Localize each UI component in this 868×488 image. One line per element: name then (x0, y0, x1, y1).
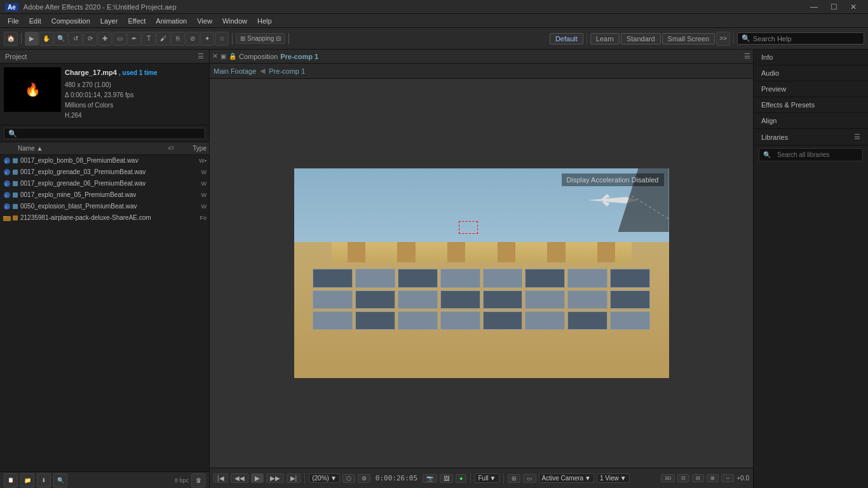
prev-frame-button[interactable]: ◀◀ (231, 473, 248, 483)
libraries-search-input[interactable] (773, 150, 858, 159)
workspace-default[interactable]: Default (550, 33, 583, 44)
snapping-toggle[interactable]: ⊞ Snapping ⊟ (236, 33, 285, 44)
menu-item-animation[interactable]: Animation (151, 16, 192, 26)
comp-3d-toggle[interactable]: ⊡ (677, 474, 689, 482)
pillar-6 (597, 242, 615, 262)
color-correction[interactable]: ● (456, 474, 466, 483)
comp-settings[interactable]: ⚙ (358, 474, 370, 483)
menu-item-window[interactable]: Window (217, 16, 252, 26)
zoom-tool[interactable]: 🔍 (54, 32, 68, 46)
hand-tool[interactable]: ✋ (39, 32, 53, 46)
project-panel-title: Project (5, 53, 27, 60)
comp-panel-menu[interactable]: ☰ (744, 52, 750, 60)
project-item[interactable]: ♪0017_explo_grenade_06_PremiumBeat.wavW (0, 178, 209, 189)
project-item[interactable]: 21235981-airplane-pack-deluxe-ShareAE.co… (0, 212, 209, 224)
zoom-value: (20%) (312, 475, 329, 482)
libraries-panel-item[interactable]: Libraries ☰ (754, 129, 868, 146)
project-item-type: Fo (181, 215, 207, 221)
views-dropdown[interactable]: 1 View ▼ (597, 473, 630, 483)
project-item[interactable]: ♪0017_explo_mine_05_PremiumBeat.wavW (0, 189, 209, 201)
fit-to-comp[interactable]: ⬡ (342, 474, 355, 483)
menu-item-view[interactable]: View (192, 16, 217, 26)
align-panel-item[interactable]: Align (754, 113, 868, 129)
import-button[interactable]: ⬇ (37, 473, 51, 487)
nav-precomp[interactable]: Pre-comp 1 (269, 67, 305, 75)
transparency-toggle[interactable]: ⊞ (508, 474, 520, 483)
comp-guide-toggle[interactable]: ⊞ (707, 474, 719, 482)
window-7 (567, 269, 607, 287)
window-10 (355, 290, 395, 309)
quality-chevron: ▼ (490, 475, 496, 482)
zoom-dropdown[interactable]: (20%) ▼ (309, 473, 340, 483)
project-thumbnail: 🔥 (4, 67, 61, 112)
menu-item-effect[interactable]: Effect (123, 16, 151, 26)
workspace-small-screen[interactable]: Small Screen (662, 33, 715, 44)
libraries-menu[interactable]: ☰ (854, 133, 860, 141)
timecode-display[interactable]: 0:00:26:05 (376, 474, 417, 482)
menu-item-layer[interactable]: Layer (95, 16, 123, 26)
3d-renderer[interactable]: 3D (661, 474, 675, 482)
effects-presets-panel-item[interactable]: Effects & Presets (754, 97, 868, 113)
text-tool[interactable]: T (142, 32, 156, 46)
eraser-tool[interactable]: ⊘ (186, 32, 200, 46)
comp-ruler-toggle[interactable]: ↔ (721, 474, 734, 482)
search-project-button[interactable]: 🔍 (53, 473, 67, 487)
preview-panel-item[interactable]: Preview (754, 81, 868, 97)
shape-tool[interactable]: ☆ (215, 32, 229, 46)
menu-item-help[interactable]: Help (252, 16, 277, 26)
clone-tool[interactable]: ⎘ (171, 32, 185, 46)
item-color-label (13, 170, 18, 175)
pillar-2 (397, 242, 415, 262)
workspace-more[interactable]: >> (716, 32, 730, 46)
rotate-tool[interactable]: ↺ (69, 32, 83, 46)
menu-item-edit[interactable]: Edit (24, 16, 46, 26)
workspace-standard[interactable]: Standard (621, 33, 661, 44)
menu-item-composition[interactable]: Composition (46, 16, 95, 26)
show-snapshot-button[interactable]: 🖼 (440, 474, 453, 483)
help-search-box[interactable]: 🔍 Search Help (737, 32, 864, 44)
first-frame-button[interactable]: |◀ (214, 473, 228, 483)
camera-dropdown[interactable]: Active Camera ▼ (539, 473, 594, 483)
project-item[interactable]: ♪0050_explosion_blast_PremiumBeat.wavW (0, 201, 209, 212)
window-15 (567, 290, 607, 309)
project-search-input[interactable] (4, 128, 205, 139)
region-of-interest[interactable]: ▭ (523, 474, 536, 483)
comp-close-icon[interactable]: ✕ (212, 52, 218, 60)
home-button[interactable]: 🏠 (4, 32, 18, 46)
pillar-4 (498, 242, 515, 262)
workspace-learn[interactable]: Learn (590, 33, 620, 44)
brush-tool[interactable]: 🖌 (156, 32, 170, 46)
comp-panel: ✕ ▣ 🔒 Composition Pre-comp 1 ☰ Main Foot… (210, 50, 754, 488)
minimize-button[interactable]: — (804, 1, 824, 13)
new-folder-button[interactable]: 📁 (20, 473, 34, 487)
comp-tab-name[interactable]: Pre-comp 1 (280, 53, 318, 60)
puppet-tool[interactable]: ✦ (200, 32, 214, 46)
nav-main-footage[interactable]: Main Footage (214, 67, 256, 75)
window-17 (313, 311, 353, 330)
zoom-chevron: ▼ (330, 475, 337, 482)
anchor-tool[interactable]: ✚ (98, 32, 112, 46)
maximize-button[interactable]: ☐ (824, 1, 844, 13)
delete-button[interactable]: 🗑 (191, 473, 205, 487)
camera-tool[interactable]: ⟳ (83, 32, 97, 46)
last-frame-button[interactable]: ▶| (287, 473, 301, 483)
selection-tool[interactable]: ▶ (25, 32, 39, 46)
pen-tool[interactable]: ✒ (127, 32, 141, 46)
project-item[interactable]: ♪0017_explo_grenade_03_PremiumBeat.wavW (0, 166, 209, 178)
play-button[interactable]: ▶ (251, 473, 264, 483)
project-items-list: ♪0017_explo_bomb_08_PremiumBeat.wavW▪♪00… (0, 155, 209, 471)
close-button[interactable]: ✕ (844, 1, 863, 13)
audio-panel-item[interactable]: Audio (754, 65, 868, 81)
menu-item-file[interactable]: File (3, 16, 24, 26)
quality-dropdown[interactable]: Full ▼ (475, 473, 499, 483)
info-panel-item[interactable]: Info (754, 50, 868, 65)
comp-grid-toggle[interactable]: ⊟ (692, 474, 704, 482)
snapshot-button[interactable]: 📷 (423, 474, 437, 483)
rectangle-tool[interactable]: ▭ (112, 32, 126, 46)
new-comp-button[interactable]: 📋 (4, 473, 18, 487)
next-frame-button[interactable]: ▶▶ (266, 473, 284, 483)
comp-video-frame: Display Acceleration Disabled (294, 168, 669, 378)
project-panel-menu[interactable]: ☰ (198, 52, 204, 60)
project-item[interactable]: ♪0017_explo_bomb_08_PremiumBeat.wavW▪ (0, 155, 209, 166)
col-name-header[interactable]: Name ▲ (15, 145, 168, 152)
